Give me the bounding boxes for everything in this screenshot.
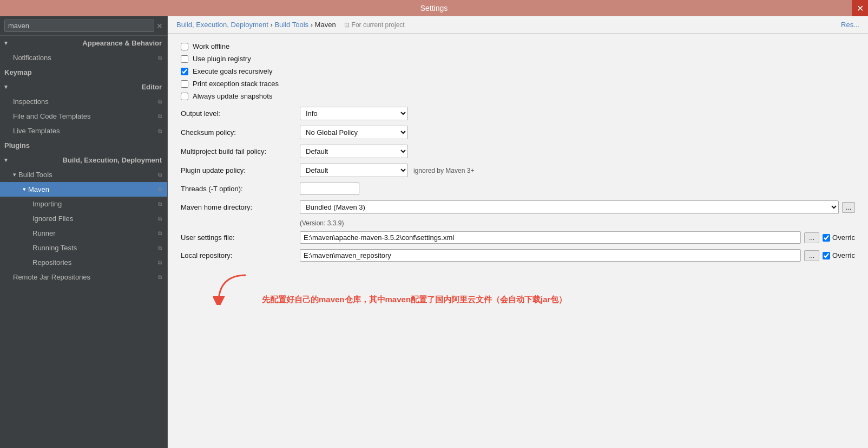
sidebar-item-file-code-templates[interactable]: File and Code Templates⧉ <box>0 109 167 124</box>
user-settings-label: User settings file: <box>181 233 300 242</box>
copy-icon: ⧉ <box>158 128 162 134</box>
close-icon: ✕ <box>857 3 864 14</box>
output-level-row: Output level: Info Debug Warn Error <box>181 107 855 120</box>
sidebar-item-importing[interactable]: Importing⧉ <box>0 197 167 211</box>
breadcrumb-build-exec[interactable]: Build, Execution, Deployment <box>176 21 268 29</box>
sidebar-item-running-tests[interactable]: Running Tests⧉ <box>0 241 167 255</box>
copy-icon: ⧉ <box>158 259 162 266</box>
checksum-policy-label: Checksum policy: <box>181 128 300 137</box>
always-update-checkbox[interactable] <box>181 93 188 100</box>
checksum-policy-select[interactable]: No Global Policy Warn Fail <box>300 126 408 139</box>
user-settings-override-checkbox[interactable] <box>823 234 830 242</box>
sidebar-item-editor[interactable]: ▾Editor <box>0 80 167 94</box>
local-repo-input[interactable] <box>300 249 801 262</box>
sidebar-item-inspections[interactable]: Inspections⧉ <box>0 94 167 109</box>
maven-home-row: Maven home directory: Bundled (Maven 3) … <box>181 200 855 214</box>
reset-link[interactable]: Res... <box>841 21 859 29</box>
copy-icon: ⧉ <box>158 230 162 237</box>
checksum-policy-value: No Global Policy Warn Fail <box>300 126 855 139</box>
sidebar-item-label: Importing <box>32 200 62 208</box>
execute-goals-label[interactable]: Execute goals recursively <box>181 67 272 75</box>
sidebar-item-live-templates[interactable]: Live Templates⧉ <box>0 124 167 138</box>
search-box: ✕ <box>0 16 167 36</box>
always-update-label[interactable]: Always update snapshots <box>181 92 272 100</box>
output-level-select[interactable]: Info Debug Warn Error <box>300 107 408 120</box>
checksum-policy-row: Checksum policy: No Global Policy Warn F… <box>181 126 855 139</box>
local-repo-override-checkbox[interactable] <box>823 252 830 259</box>
multiproject-label: Multiproject build fail policy: <box>181 147 300 155</box>
print-exception-label[interactable]: Print exception stack traces <box>181 80 279 88</box>
chevron-icon: ▾ <box>4 157 8 164</box>
sidebar-item-ignored-files[interactable]: Ignored Files⧉ <box>0 211 167 226</box>
search-input[interactable] <box>4 20 154 32</box>
print-exception-checkbox[interactable] <box>181 80 188 88</box>
sidebar-item-build-exec-deploy[interactable]: ▾Build, Execution, Deployment <box>0 153 167 167</box>
work-offline-label[interactable]: Work offline <box>181 42 229 50</box>
chevron-icon: ▾ <box>23 186 26 193</box>
maven-home-browse-btn[interactable]: ... <box>842 202 855 213</box>
sidebar-item-label: Running Tests <box>32 244 77 252</box>
print-exception-row: Print exception stack traces <box>181 80 855 88</box>
arrow-icon <box>213 272 257 305</box>
window-title: Settings <box>420 4 448 12</box>
sidebar-item-appearance[interactable]: ▾Appearance & Behavior <box>0 36 167 50</box>
output-level-value: Info Debug Warn Error <box>300 107 855 120</box>
sidebar-item-label: Notifications <box>13 54 51 62</box>
sidebar-item-label: Remote Jar Repositories <box>13 273 90 281</box>
threads-row: Threads (-T option): <box>181 183 855 195</box>
sidebar-item-label: Plugins <box>4 141 30 150</box>
sidebar-item-build-tools[interactable]: ▾Build Tools⧉ <box>0 167 167 182</box>
sidebar-item-label: Appearance & Behavior <box>82 39 162 47</box>
sidebar-item-repositories[interactable]: Repositories⧉ <box>0 255 167 270</box>
use-plugin-registry-checkbox[interactable] <box>181 55 188 63</box>
sidebar-item-label: Ignored Files <box>32 215 73 223</box>
sidebar-item-maven[interactable]: ▾Maven⧉ <box>0 182 167 197</box>
breadcrumb-maven: Maven <box>315 21 336 29</box>
breadcrumb: Build, Execution, Deployment › Build Too… <box>176 21 405 29</box>
sidebar-item-runner[interactable]: Runner⧉ <box>0 226 167 241</box>
threads-value <box>300 183 855 195</box>
user-settings-override-label: Overric <box>832 233 855 242</box>
chevron-icon: ▾ <box>13 171 16 178</box>
sidebar-item-label: Build Tools <box>18 171 52 179</box>
clear-search-icon[interactable]: ✕ <box>156 22 163 30</box>
sidebar-item-remote-jar[interactable]: Remote Jar Repositories⧉ <box>0 270 167 284</box>
close-button[interactable]: ✕ <box>852 0 868 16</box>
work-offline-row: Work offline <box>181 42 855 50</box>
local-repo-override-label: Overric <box>832 251 855 259</box>
sidebar-item-notifications[interactable]: Notifications⧉ <box>0 50 167 65</box>
user-settings-browse-button[interactable]: ... <box>804 232 819 243</box>
user-settings-value: ... Overric <box>300 231 855 244</box>
use-plugin-registry-label[interactable]: Use plugin registry <box>181 55 251 63</box>
sidebar-item-label: Keymap <box>4 68 32 76</box>
annotation-container: 先配置好自己的maven仓库，其中maven配置了国内阿里云文件（会自动下载ja… <box>181 272 855 305</box>
output-level-label: Output level: <box>181 109 300 118</box>
sidebar-item-plugins[interactable]: Plugins <box>0 138 167 153</box>
user-settings-row: User settings file: ... Overric <box>181 231 855 244</box>
execute-goals-checkbox[interactable] <box>181 68 188 75</box>
work-offline-checkbox[interactable] <box>181 43 188 50</box>
title-bar: Settings ✕ <box>0 0 868 16</box>
local-repo-browse-button[interactable]: ... <box>804 250 819 261</box>
always-update-row: Always update snapshots <box>181 92 855 100</box>
breadcrumb-sep2: › <box>311 21 315 29</box>
maven-home-select[interactable]: Bundled (Maven 3) Custom <box>300 200 839 214</box>
multiproject-select[interactable]: Default Always Never <box>300 145 408 158</box>
main-layout: ✕ ▾Appearance & BehaviorNotifications⧉Ke… <box>0 16 868 448</box>
execute-goals-row: Execute goals recursively <box>181 67 855 75</box>
threads-input[interactable] <box>300 183 359 195</box>
maven-home-label: Maven home directory: <box>181 203 300 211</box>
copy-icon: ⧉ <box>158 274 162 281</box>
multiproject-row: Multiproject build fail policy: Default … <box>181 145 855 158</box>
breadcrumb-build-tools[interactable]: Build Tools <box>274 21 308 29</box>
sidebar-item-label: Maven <box>28 185 49 193</box>
sidebar-item-label: File and Code Templates <box>13 112 91 120</box>
user-settings-input[interactable] <box>300 231 801 244</box>
maven-version: (Version: 3.3.9) <box>181 219 855 227</box>
use-plugin-registry-row: Use plugin registry <box>181 55 855 63</box>
sidebar-item-keymap[interactable]: Keymap <box>0 65 167 80</box>
plugin-update-select[interactable]: Default Always Never <box>300 164 408 177</box>
copy-icon: ⧉ <box>158 216 162 222</box>
sidebar-item-label: Live Templates <box>13 127 60 135</box>
copy-icon: ⧉ <box>158 201 162 207</box>
